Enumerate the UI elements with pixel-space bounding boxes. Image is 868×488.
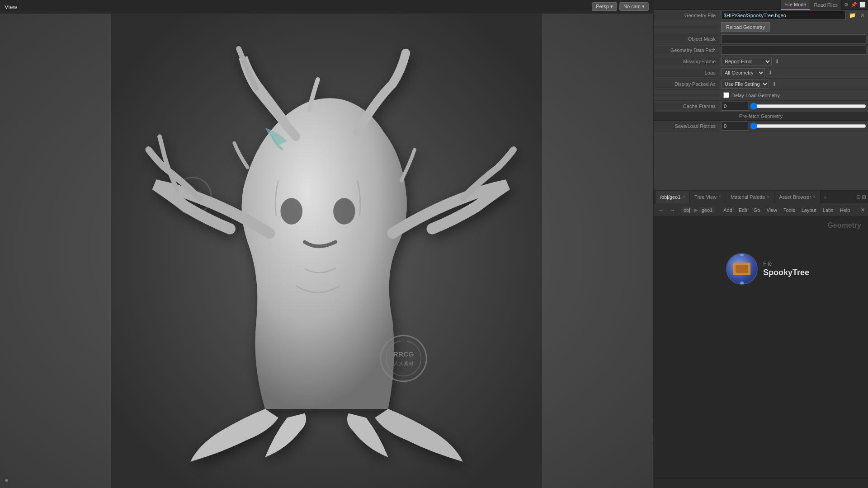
cam-button[interactable]: No cam ▾ xyxy=(619,2,649,11)
geometry-data-path-content xyxy=(719,45,868,56)
labs-menu-btn[interactable]: Labs xyxy=(821,206,836,214)
delay-load-row: Delay Load Geometry xyxy=(654,90,868,101)
split-horizontal-icon[interactable]: ⊟ xyxy=(856,194,861,200)
svg-text:RRCG: RRCG xyxy=(393,350,414,358)
viewport-header: View xyxy=(0,0,653,14)
read-files-tab[interactable]: Read Files xyxy=(810,0,842,10)
geometry-file-content: 📁 ✕ xyxy=(719,10,868,21)
geometry-file-label: Geometry File xyxy=(654,11,719,19)
layout-menu-btn[interactable]: Layout xyxy=(799,206,819,214)
breadcrumb-separator: ▶ xyxy=(694,207,698,213)
geometry-file-input[interactable] xyxy=(721,11,846,20)
missing-frame-select[interactable]: Report Error Load Last Frame Empty Geome… xyxy=(721,57,772,66)
tab-add-btn[interactable]: + xyxy=(821,193,830,201)
pre-fetch-header: Pre-fetch Geometry xyxy=(654,112,868,121)
breadcrumb: obj ▶ geo1 xyxy=(681,207,715,213)
node-dot-top xyxy=(740,253,744,256)
viewport-label: View xyxy=(5,4,17,10)
missing-frame-content: Report Error Load Last Frame Empty Geome… xyxy=(719,56,868,67)
load-row: Load All Geometry Points Only Bounding B… xyxy=(654,67,868,79)
display-packed-as-row: Display Packed As Use File Setting Full … xyxy=(654,79,868,90)
split-view-icons: ⊟ ⊞ xyxy=(856,194,866,200)
maximize-btn[interactable]: ⬜ xyxy=(859,2,866,8)
node-editor: /obj/geo1 × Tree View × Material Palette… xyxy=(654,191,868,488)
svg-text:人人素材: 人人素材 xyxy=(394,361,414,366)
display-packed-as-label: Display Packed As xyxy=(654,80,719,88)
save-load-retries-input[interactable] xyxy=(721,122,748,131)
gear-settings-btn[interactable]: ⚙ xyxy=(844,2,849,8)
help-menu-btn[interactable]: Help xyxy=(838,206,853,214)
properties-top-bar: File Mode Read Files ⚙ 📌 ⬜ xyxy=(654,0,868,10)
breadcrumb-geo1[interactable]: geo1 xyxy=(699,207,715,213)
delay-load-label: Delay Load Geometry xyxy=(731,93,780,98)
missing-frame-label: Missing Frame xyxy=(654,57,719,66)
svg-point-1 xyxy=(280,198,302,224)
persp-button[interactable]: Persp ▾ xyxy=(592,2,617,11)
tools-menu-btn[interactable]: Tools xyxy=(781,206,797,214)
geometry-data-path-row: Geometry Data Path xyxy=(654,45,868,56)
tab-tree-view[interactable]: Tree View × xyxy=(690,191,726,203)
reload-geometry-content: Reload Geometry xyxy=(719,21,868,33)
delay-load-content: Delay Load Geometry xyxy=(719,90,868,100)
panel-mode-tabs: File Mode Read Files xyxy=(781,0,842,10)
cache-frames-label: Cache Frames xyxy=(654,102,719,110)
split-vertical-icon[interactable]: ⊞ xyxy=(862,194,866,200)
delay-load-spacer xyxy=(654,94,719,97)
missing-frame-row: Missing Frame Report Error Load Last Fra… xyxy=(654,56,868,67)
tab-material-palette[interactable]: Material Palette × xyxy=(726,191,774,203)
save-load-retries-slider[interactable] xyxy=(750,122,866,130)
toolbar-icon-snap[interactable]: ✕ xyxy=(859,206,867,214)
display-packed-as-select[interactable]: Use File Setting Full Geometry Bounding … xyxy=(721,80,769,89)
breadcrumb-obj[interactable]: obj xyxy=(681,207,693,213)
right-panel: File Mode Read Files ⚙ 📌 ⬜ Geometry File… xyxy=(653,0,868,488)
node-icon-inner xyxy=(733,263,750,275)
object-mask-input[interactable] xyxy=(721,34,866,43)
svg-text:人人素材: 人人素材 xyxy=(184,198,202,203)
file-node[interactable]: File SpookyTree xyxy=(726,253,809,285)
tab-material-palette-close[interactable]: × xyxy=(767,194,769,199)
tab-asset-browser[interactable]: Asset Browser × xyxy=(774,191,821,203)
svg-point-2 xyxy=(333,198,355,224)
add-menu-btn[interactable]: Add xyxy=(721,206,735,214)
view-menu-btn[interactable]: View xyxy=(764,206,779,214)
missing-frame-menu-btn[interactable]: ⬇ xyxy=(774,58,781,65)
back-btn[interactable]: ← xyxy=(656,206,666,214)
load-menu-btn[interactable]: ⬇ xyxy=(767,69,774,76)
node-editor-tabs: /obj/geo1 × Tree View × Material Palette… xyxy=(654,191,868,203)
pin-btn[interactable]: 📌 xyxy=(851,2,857,8)
object-mask-row: Object Mask xyxy=(654,33,868,45)
display-packed-menu-btn[interactable]: ⬇ xyxy=(771,80,778,88)
model-area: RRCG 人人素材 RRCG 人人素材 xyxy=(0,14,653,488)
file-mode-tab[interactable]: File Mode xyxy=(781,0,810,10)
go-menu-btn[interactable]: Go xyxy=(751,206,763,214)
delay-load-checkbox[interactable] xyxy=(723,92,729,98)
main-container: View Persp ▾ No cam ▾ xyxy=(0,0,868,488)
node-editor-bottom xyxy=(654,478,868,488)
forward-btn[interactable]: → xyxy=(668,206,677,214)
object-mask-label: Object Mask xyxy=(654,35,719,43)
svg-text:RRCG: RRCG xyxy=(184,189,202,196)
tab-asset-browser-close[interactable]: × xyxy=(813,194,816,199)
edit-menu-btn[interactable]: Edit xyxy=(736,206,750,214)
tab-obj-geo1-close[interactable]: × xyxy=(682,194,685,199)
node-dot-bottom xyxy=(740,282,744,285)
geometry-file-folder-btn[interactable]: 📁 xyxy=(848,12,857,19)
object-mask-content xyxy=(719,33,868,44)
properties-panel: Geometry File 📁 ✕ Reload Geometry Object… xyxy=(654,10,868,191)
cache-frames-input[interactable] xyxy=(721,102,748,111)
reload-geometry-spacer xyxy=(654,26,719,28)
geometry-file-clear-btn[interactable]: ✕ xyxy=(859,12,866,19)
node-icon xyxy=(726,253,758,285)
node-editor-canvas[interactable]: Geometry File SpookyTree xyxy=(654,217,868,478)
node-editor-toolbar: ← → obj ▶ geo1 Add Edit Go View Tools La… xyxy=(654,203,868,217)
tab-obj-geo1[interactable]: /obj/geo1 × xyxy=(656,191,690,203)
tab-tree-view-close[interactable]: × xyxy=(718,194,721,199)
reload-geometry-btn[interactable]: Reload Geometry xyxy=(721,22,770,32)
geometry-file-row: Geometry File 📁 ✕ xyxy=(654,10,868,21)
cache-frames-slider[interactable] xyxy=(750,103,866,110)
geometry-data-path-input[interactable] xyxy=(721,46,866,55)
viewport: View Persp ▾ No cam ▾ xyxy=(0,0,653,488)
save-load-retries-label: Save/Load Retries xyxy=(654,122,719,130)
load-select[interactable]: All Geometry Points Only Bounding Box xyxy=(721,68,765,77)
node-name-label: SpookyTree xyxy=(763,268,809,277)
